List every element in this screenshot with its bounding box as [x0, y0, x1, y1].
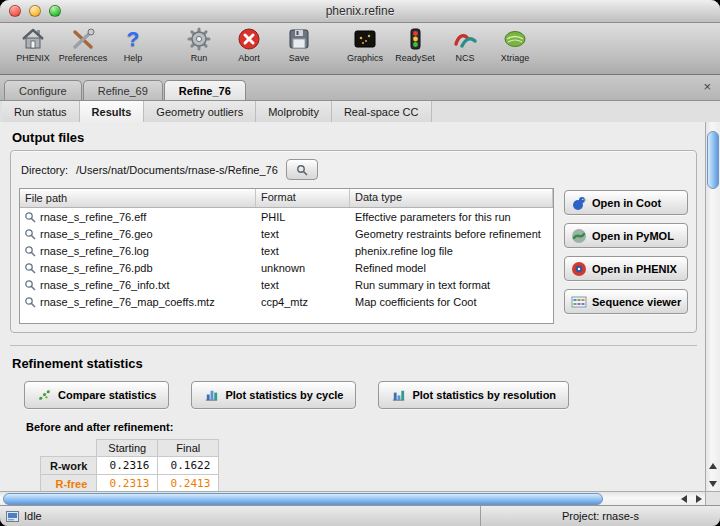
open-in-pymol-button[interactable]: Open in PyMOL [564, 223, 688, 248]
toolbar-xtriage-button[interactable]: Xtriage [490, 26, 540, 63]
traffic-light-icon [402, 26, 428, 52]
file-data-type: Refined model [350, 262, 553, 274]
tab-configure[interactable]: Configure [4, 80, 82, 100]
horizontal-scrollbar-thumb[interactable] [3, 493, 603, 505]
close-tab-icon[interactable]: × [703, 80, 711, 93]
file-data-type: Map coefficients for Coot [350, 296, 553, 308]
minimize-window-button[interactable] [29, 5, 41, 17]
toolbar-ncs-button[interactable]: NCS [440, 26, 490, 63]
vertical-scrollbar[interactable] [705, 122, 720, 491]
button-label: Open in PHENIX [592, 263, 677, 275]
plot-statistics-by-cycle-button[interactable]: Plot statistics by cycle [191, 381, 356, 409]
subtab-geometry-outliers[interactable]: Geometry outliers [144, 101, 256, 124]
action-buttons: Open in Coot Open in PyMOL Open in PHENI… [564, 188, 688, 314]
button-label: Plot statistics by resolution [412, 389, 556, 401]
file-path: rnase_s_refine_76_info.txt [40, 279, 170, 291]
magnifier-icon [24, 211, 36, 223]
scroll-down-arrow[interactable] [709, 481, 717, 487]
button-label: Sequence viewer [592, 296, 681, 308]
toolbar-label: ReadySet [395, 53, 435, 63]
search-icon [296, 164, 308, 176]
status-bar: Idle Project: rnase-s [0, 505, 720, 526]
file-data-type: Geometry restraints before refinement [350, 228, 553, 240]
stats-header-row: Starting Final [41, 440, 219, 457]
output-files-heading: Output files [12, 130, 697, 145]
table-row[interactable]: rnase_s_refine_76.eff PHIL Effective par… [20, 208, 553, 225]
table-row[interactable]: rnase_s_refine_76.pdb unknown Refined mo… [20, 259, 553, 276]
button-label: Open in Coot [592, 197, 661, 209]
tab-refine-76[interactable]: Refine_76 [164, 80, 246, 100]
project-label: Project: rnase-s [562, 510, 639, 522]
toolbar-label: Graphics [347, 53, 383, 63]
toolbar-label: Xtriage [501, 53, 530, 63]
file-format: PHIL [256, 211, 350, 223]
file-data-type: phenix.refine log file [350, 245, 553, 257]
table-header: File path Format Data type [20, 189, 553, 208]
xtriage-icon [502, 26, 528, 52]
refinement-statistics-heading: Refinement statistics [12, 356, 697, 371]
title-bar[interactable]: phenix.refine [0, 0, 720, 23]
table-row[interactable]: rnase_s_refine_76_info.txt text Run summ… [20, 276, 553, 293]
status-left: Idle [0, 510, 480, 522]
column-format[interactable]: Format [256, 189, 350, 207]
tab-refine-69[interactable]: Refine_69 [83, 80, 163, 100]
toolbar-help-button[interactable]: ? Help [108, 26, 158, 63]
tab-bar: Configure Refine_69 Refine_76 × [0, 75, 720, 101]
file-format: text [256, 245, 350, 257]
zoom-window-button[interactable] [49, 5, 61, 17]
open-in-phenix-button[interactable]: Open in PHENIX [564, 256, 688, 281]
toolbar-run-button[interactable]: Run [174, 26, 224, 63]
traffic-lights [9, 5, 61, 17]
subtab-run-status[interactable]: Run status [2, 101, 80, 124]
table-row[interactable]: rnase_s_refine_76_map_coeffs.mtz ccp4_mt… [20, 293, 553, 310]
plot-statistics-by-resolution-button[interactable]: Plot statistics by resolution [378, 381, 569, 409]
column-file-path[interactable]: File path [20, 189, 256, 207]
toolbar-label: Run [191, 53, 208, 63]
subtab-real-space-cc[interactable]: Real-space CC [332, 101, 432, 124]
toolbar-label: PHENIX [16, 53, 50, 63]
button-label: Plot statistics by cycle [225, 389, 343, 401]
scroll-up-arrow[interactable] [709, 463, 717, 469]
toolbar-save-button[interactable]: Save [274, 26, 324, 63]
bar-chart-icon [204, 387, 219, 404]
scroll-right-arrow[interactable] [696, 495, 702, 503]
subtab-molprobity[interactable]: Molprobity [256, 101, 332, 124]
table-row[interactable]: rnase_s_refine_76.geo text Geometry rest… [20, 225, 553, 242]
close-window-button[interactable] [9, 5, 21, 17]
toolbar-phenix-button[interactable]: PHENIX [8, 26, 58, 63]
vertical-scrollbar-arrows [706, 461, 720, 489]
horizontal-scrollbar-arrows [681, 492, 702, 506]
subtab-results[interactable]: Results [80, 101, 145, 124]
toolbar-abort-button[interactable]: Abort [224, 26, 274, 63]
file-data-type: Run summary in text format [350, 279, 553, 291]
file-path: rnase_s_refine_76_map_coeffs.mtz [40, 296, 215, 308]
run-gear-icon [186, 26, 212, 52]
stats-row-r-work: R-work 0.2316 0.1622 [41, 457, 219, 475]
file-path: rnase_s_refine_76.pdb [40, 262, 153, 274]
toolbar-preferences-button[interactable]: Preferences [58, 26, 108, 63]
toolbar-label: Help [124, 53, 143, 63]
scroll-left-arrow[interactable] [681, 495, 687, 503]
file-format: text [256, 228, 350, 240]
graphics-icon [352, 26, 378, 52]
table-row[interactable]: rnase_s_refine_76.log text phenix.refine… [20, 242, 553, 259]
toolbar-readyset-button[interactable]: ReadySet [390, 26, 440, 63]
magnifier-icon [24, 228, 36, 240]
file-path: rnase_s_refine_76.eff [40, 211, 146, 223]
preferences-tools-icon [70, 26, 96, 52]
browse-directory-button[interactable] [286, 159, 318, 180]
toolbar-label: Preferences [59, 53, 108, 63]
sequence-viewer-button[interactable]: Sequence viewer [564, 289, 688, 314]
open-in-coot-button[interactable]: Open in Coot [564, 190, 688, 215]
column-data-type[interactable]: Data type [350, 189, 553, 207]
horizontal-scrollbar[interactable] [0, 491, 705, 506]
starting-value: 0.2313 [97, 475, 158, 492]
compare-statistics-button[interactable]: Compare statistics [24, 381, 169, 409]
final-value: 0.2413 [158, 475, 219, 492]
toolbar-graphics-button[interactable]: Graphics [340, 26, 390, 63]
coot-bird-icon [571, 195, 587, 211]
sequence-grid-icon [571, 294, 587, 310]
toolbar-label: Abort [238, 53, 260, 63]
button-label: Compare statistics [58, 389, 156, 401]
vertical-scrollbar-thumb[interactable] [707, 131, 719, 189]
